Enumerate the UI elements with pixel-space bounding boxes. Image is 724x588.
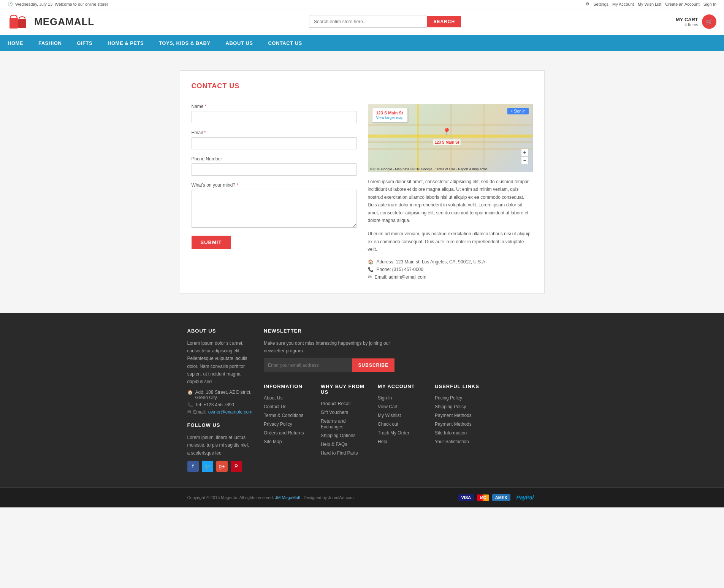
footer-my-account: MY ACCOUNT Sign In View Cart My Wishlist… bbox=[378, 384, 423, 459]
pinterest-icon[interactable]: P bbox=[231, 461, 242, 472]
my-account-link[interactable]: My Account bbox=[612, 2, 634, 6]
why-link-vouchers[interactable]: Gift Vouchers bbox=[321, 410, 348, 415]
nav-item-about[interactable]: ABOUT US bbox=[218, 35, 261, 51]
visa-icon: VISA bbox=[458, 494, 474, 501]
twitter-icon[interactable]: 🐦 bbox=[202, 461, 213, 472]
nav-link-home[interactable]: HOME bbox=[0, 35, 31, 51]
newsletter-form: SUBSCRIBE bbox=[264, 358, 394, 372]
acct-link-trackorder[interactable]: Track My Order bbox=[378, 430, 409, 436]
info-link-contact[interactable]: Contact Us bbox=[264, 404, 286, 409]
google-plus-icon[interactable]: g+ bbox=[216, 461, 228, 472]
cart-items: 4 Items bbox=[676, 22, 698, 27]
nav-link-fashion[interactable]: FASHION bbox=[31, 35, 69, 51]
footer-information-list: About Us Contact Us Terms & Conditions P… bbox=[264, 395, 309, 444]
footer-bottom: Copyright © 2015 Magento. All rights res… bbox=[180, 488, 545, 507]
nav-link-home-pets[interactable]: HOME & PETS bbox=[100, 35, 151, 51]
footer-about-address: 🏠 Add: 108 Street, AZ District, Green Ci… bbox=[187, 390, 253, 400]
search-button[interactable]: SEARCH bbox=[427, 16, 461, 27]
logo-area: MEGAMALL bbox=[8, 12, 94, 31]
map-popup: 123 S Main St View larger map bbox=[372, 108, 408, 122]
nav-item-home[interactable]: HOME bbox=[0, 35, 31, 51]
nav-item-home-pets[interactable]: HOME & PETS bbox=[100, 35, 151, 51]
acct-link-help[interactable]: Help bbox=[378, 439, 387, 444]
zoom-out-btn[interactable]: − bbox=[521, 157, 529, 164]
settings-link[interactable]: Settings bbox=[593, 2, 608, 6]
phone-icon: 📞 bbox=[368, 267, 374, 272]
footer-about: ABOUT US Lorem ipsum dolor sit amet, con… bbox=[187, 328, 253, 472]
info-link-privacy[interactable]: Privacy Policy bbox=[264, 422, 292, 427]
why-link-recall[interactable]: Product Recall bbox=[321, 401, 350, 406]
form-group-email: Email * bbox=[192, 130, 356, 149]
name-required: * bbox=[205, 104, 207, 109]
nav-item-gifts[interactable]: GIFTS bbox=[69, 35, 100, 51]
acct-link-signin[interactable]: Sign In bbox=[378, 395, 392, 401]
nav-link-about[interactable]: ABOUT US bbox=[218, 35, 261, 51]
nav-link-gifts[interactable]: GIFTS bbox=[69, 35, 100, 51]
useful-link-payment1[interactable]: Payment Methods bbox=[435, 413, 472, 418]
footer-email-link[interactable]: owner@example.com bbox=[208, 409, 252, 415]
phone-input[interactable] bbox=[192, 163, 356, 176]
useful-link-pricing[interactable]: Pricing Policy bbox=[435, 395, 462, 401]
list-item: Site Map bbox=[264, 439, 309, 444]
nav-item-toys[interactable]: TOYS, KIDS & BABY bbox=[151, 35, 218, 51]
footer-newsletter: NEWSLETTER Make sure you dont miss inter… bbox=[264, 328, 394, 472]
create-account-link[interactable]: Create an Account bbox=[665, 2, 700, 6]
map-signin-btn[interactable]: + Sign in bbox=[507, 108, 528, 114]
subscribe-button[interactable]: SUBSCRIBE bbox=[352, 358, 395, 372]
list-item: My Wishlist bbox=[378, 412, 423, 418]
facebook-icon[interactable]: f bbox=[187, 461, 199, 472]
view-larger-map-link[interactable]: View larger map bbox=[376, 116, 404, 120]
why-link-faqs[interactable]: Help & FAQs bbox=[321, 442, 347, 447]
nav-link-contact[interactable]: CONTACT US bbox=[260, 35, 309, 51]
why-link-hardparts[interactable]: Hard to Find Parts bbox=[321, 450, 358, 456]
top-bar: 🕐 Wednesday, July 13 Welcome to our onli… bbox=[0, 0, 724, 8]
search-input[interactable] bbox=[309, 16, 427, 28]
name-input[interactable] bbox=[192, 111, 356, 123]
list-item: About Us bbox=[264, 395, 309, 401]
sign-in-link[interactable]: Sign In bbox=[703, 2, 716, 6]
email-input[interactable] bbox=[192, 137, 356, 149]
list-item: Product Recall bbox=[321, 401, 366, 406]
amex-icon: AMEX bbox=[492, 494, 510, 501]
info-link-sitemap[interactable]: Site Map bbox=[264, 439, 282, 444]
settings-icon: ⚙ bbox=[586, 2, 589, 6]
info-link-about[interactable]: About Us bbox=[264, 395, 282, 401]
name-label: Name * bbox=[192, 104, 356, 109]
acct-link-wishlist[interactable]: My Wishlist bbox=[378, 413, 401, 418]
useful-link-shipping[interactable]: Shipping Policy bbox=[435, 404, 466, 409]
useful-link-satisfaction[interactable]: Your Satisfaction bbox=[435, 439, 469, 444]
form-group-mind: What's on your mind? * bbox=[192, 182, 356, 229]
clock-icon: 🕐 bbox=[8, 2, 13, 6]
why-link-shipping[interactable]: Shipping Options bbox=[321, 433, 355, 438]
brand-link[interactable]: JM MegaMall bbox=[275, 495, 300, 500]
map-credit: ©2016 Google · Map data ©2016 Google · T… bbox=[370, 167, 487, 171]
acct-link-viewcart[interactable]: View Cart bbox=[378, 404, 398, 409]
address-icon-footer: 🏠 bbox=[187, 390, 193, 395]
cart-area[interactable]: MY CART 4 Items 🛒 bbox=[676, 14, 716, 29]
list-item: Help & FAQs bbox=[321, 441, 366, 447]
address-icon: 🏠 bbox=[368, 259, 374, 265]
footer-useful-list: Pricing Policy Shipping Policy Payment M… bbox=[435, 395, 480, 444]
useful-link-siteinfo[interactable]: Site Information bbox=[435, 430, 467, 436]
nav-item-contact[interactable]: CONTACT US bbox=[260, 35, 309, 51]
useful-link-payment2[interactable]: Payment Methods bbox=[435, 422, 472, 427]
zoom-in-btn[interactable]: + bbox=[521, 149, 529, 156]
nav-item-fashion[interactable]: FASHION bbox=[31, 35, 69, 51]
footer-useful-title: USERFUL LINKS bbox=[435, 384, 480, 389]
info-link-orders[interactable]: Orders and Returns bbox=[264, 430, 304, 436]
mind-textarea[interactable] bbox=[192, 190, 356, 228]
wishlist-link[interactable]: My Wish List bbox=[638, 2, 661, 6]
nav-link-toys[interactable]: TOYS, KIDS & BABY bbox=[151, 35, 218, 51]
list-item: Help bbox=[378, 439, 423, 444]
newsletter-email-input[interactable] bbox=[264, 358, 352, 372]
nav-list: HOME FASHION GIFTS HOME & PETS TOYS, KID… bbox=[0, 35, 724, 51]
footer-my-account-list: Sign In View Cart My Wishlist Check out … bbox=[378, 395, 423, 444]
cart-icon[interactable]: 🛒 bbox=[702, 14, 716, 29]
top-bar-left: 🕐 Wednesday, July 13 Welcome to our onli… bbox=[8, 2, 108, 6]
info-link-terms[interactable]: Terms & Conditions bbox=[264, 413, 303, 418]
submit-button[interactable]: SUBMIT bbox=[192, 236, 231, 249]
why-link-returns[interactable]: Returns and Exchanges bbox=[321, 418, 345, 430]
acct-link-checkout[interactable]: Check out bbox=[378, 422, 398, 427]
page-title: CONTACT US bbox=[192, 82, 533, 96]
main-nav: HOME FASHION GIFTS HOME & PETS TOYS, KID… bbox=[0, 35, 724, 51]
